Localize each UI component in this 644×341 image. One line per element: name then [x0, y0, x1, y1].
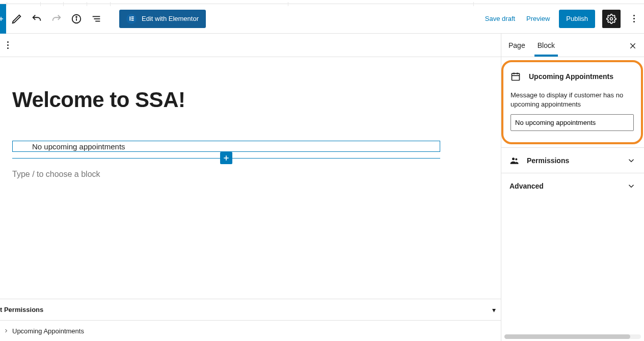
edit-pencil-button[interactable] — [8, 10, 26, 28]
chevron-down-icon — [627, 181, 636, 191]
list-outline-icon — [91, 13, 102, 24]
svg-point-22 — [515, 158, 517, 160]
svg-rect-17 — [512, 73, 520, 80]
tab-page[interactable]: Page — [507, 35, 526, 56]
upcoming-appointments-block[interactable]: No upcoming appointments — [12, 141, 440, 152]
svg-rect-10 — [131, 18, 133, 19]
redo-icon — [51, 13, 62, 24]
gear-icon — [606, 14, 616, 24]
breadcrumb-permissions-row[interactable]: t Permissions ▾ — [0, 299, 501, 321]
block-title: Upcoming Appointments — [529, 72, 613, 81]
svg-rect-8 — [129, 16, 130, 20]
outline-button[interactable] — [87, 10, 105, 28]
svg-rect-11 — [131, 20, 133, 21]
chevron-down-icon — [627, 156, 636, 165]
users-icon — [509, 155, 520, 166]
more-options-button[interactable] — [628, 10, 640, 28]
undo-button[interactable] — [28, 10, 46, 28]
pencil-icon — [11, 13, 22, 24]
sidebar-close-button[interactable] — [627, 40, 639, 52]
message-field-label: Message to display if customer has no up… — [511, 91, 634, 109]
elementor-logo-icon — [126, 14, 137, 24]
sidebar-tabs: Page Block — [501, 34, 644, 57]
settings-sidebar: Page Block Upcoming Appointments Message… — [501, 34, 644, 341]
svg-rect-9 — [131, 16, 133, 17]
preview-button[interactable]: Preview — [524, 12, 552, 25]
panel-advanced[interactable]: Advanced — [501, 173, 644, 198]
publish-button[interactable]: Publish — [559, 10, 595, 28]
elementor-edit-button[interactable]: Edit with Elementor — [119, 10, 206, 28]
slash-prompt[interactable]: Type / to choose a block — [12, 170, 440, 179]
chevron-right-icon — [3, 328, 9, 334]
wp-logo-button[interactable] — [0, 4, 6, 34]
elementor-label: Edit with Elementor — [142, 15, 199, 22]
no-appointments-message-input[interactable] — [511, 114, 634, 131]
breadcrumb-upcoming-row[interactable]: Upcoming Appointments — [0, 321, 501, 341]
editor-subtoolbar — [0, 34, 501, 57]
breadcrumb-permissions-label: t Permissions — [0, 306, 43, 313]
block-breadcrumb-panel: t Permissions ▾ Upcoming Appointments — [0, 299, 501, 341]
svg-point-21 — [512, 158, 515, 160]
block-settings-highlight: Upcoming Appointments Message to display… — [501, 60, 643, 144]
plus-icon — [222, 154, 230, 162]
redo-button[interactable] — [47, 10, 66, 28]
sidebar-scrollbar[interactable] — [504, 334, 641, 339]
block-nav-button[interactable] — [3, 41, 12, 49]
panel-permissions[interactable]: Permissions — [501, 147, 644, 173]
block-insertion-line — [12, 158, 440, 159]
info-button[interactable] — [67, 10, 86, 28]
panel-advanced-label: Advanced — [509, 182, 544, 190]
undo-icon — [31, 13, 42, 24]
page-title[interactable]: Welcome to SSA! — [12, 88, 489, 112]
info-icon — [71, 13, 82, 24]
breadcrumb-upcoming-label: Upcoming Appointments — [12, 327, 84, 335]
close-icon — [629, 42, 637, 50]
editor-toolbar: Edit with Elementor Save draft Preview P… — [0, 4, 644, 34]
calendar-icon — [511, 71, 521, 82]
editor-column: Welcome to SSA! No upcoming appointments… — [0, 34, 501, 341]
chevron-down-icon: ▾ — [492, 306, 496, 314]
scrollbar-thumb[interactable] — [504, 334, 630, 339]
save-draft-button[interactable]: Save draft — [483, 12, 517, 25]
svg-point-4 — [76, 16, 77, 17]
panel-permissions-label: Permissions — [527, 156, 569, 165]
svg-point-12 — [610, 17, 613, 20]
settings-button[interactable] — [602, 10, 621, 28]
add-block-button[interactable] — [220, 152, 232, 164]
tab-block[interactable]: Block — [536, 35, 556, 56]
kebab-icon — [633, 15, 635, 22]
